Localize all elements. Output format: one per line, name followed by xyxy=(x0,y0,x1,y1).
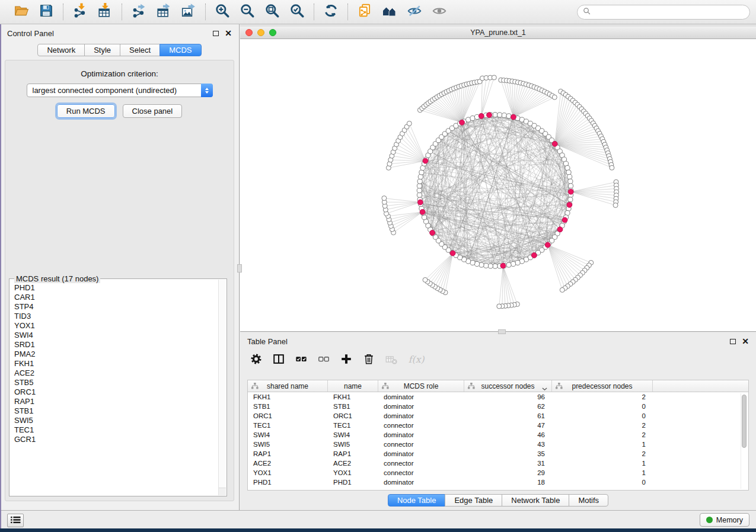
mcds-list-scrollbar[interactable] xyxy=(218,280,226,495)
cell-name: SWI4 xyxy=(328,430,378,440)
mcds-result-item[interactable]: SWI5 xyxy=(14,416,218,425)
close-panel-button[interactable]: Close panel xyxy=(123,104,183,118)
import-table-button[interactable] xyxy=(94,2,116,21)
clone-network-button[interactable] xyxy=(353,2,376,21)
horizontal-splitter-handle[interactable] xyxy=(498,329,506,334)
status-bar: Memory xyxy=(0,510,756,528)
column-header-predecessor-nodes[interactable]: predecessor nodes xyxy=(552,380,653,392)
mcds-result-item[interactable]: PHD1 xyxy=(14,283,218,293)
columns-button[interactable] xyxy=(272,352,285,368)
task-history-button[interactable] xyxy=(7,514,24,527)
column-header-name[interactable]: name xyxy=(328,380,378,392)
tab-network[interactable]: Network xyxy=(37,44,85,56)
mcds-result-item[interactable]: CAR1 xyxy=(14,293,218,302)
save-session-button[interactable] xyxy=(35,2,58,21)
table-row[interactable]: SWI4SWI4dominator462 xyxy=(248,430,748,440)
mcds-result-item[interactable]: SRD1 xyxy=(14,340,218,350)
add-row-icon xyxy=(340,352,353,368)
column-header-successor-nodes[interactable]: successor nodes xyxy=(464,380,552,392)
import-network-button[interactable] xyxy=(69,2,91,21)
column-header-shared-name[interactable]: shared name xyxy=(248,380,328,392)
window-maximize-icon[interactable] xyxy=(269,29,276,36)
mcds-result-item[interactable]: SWI4 xyxy=(14,331,218,340)
deselect-all-button[interactable] xyxy=(317,352,330,368)
tab-mcds[interactable]: MCDS xyxy=(160,44,201,56)
cell-predecessor-nodes: 1 xyxy=(552,468,653,477)
mcds-result-item[interactable]: TID3 xyxy=(14,312,218,321)
open-file-button[interactable] xyxy=(10,2,33,21)
export-image-icon xyxy=(181,3,196,21)
mcds-result-item[interactable]: YOX1 xyxy=(14,321,218,331)
network-graph[interactable] xyxy=(240,40,756,331)
mcds-result-item[interactable]: STB5 xyxy=(14,378,218,387)
mcds-result-item[interactable]: FKH1 xyxy=(14,359,218,368)
table-row[interactable]: ORC1ORC1dominator610 xyxy=(248,411,748,421)
gear-icon xyxy=(250,352,263,368)
memory-button[interactable]: Memory xyxy=(700,513,749,527)
table-row[interactable]: ACE2ACE2connector311 xyxy=(248,459,748,468)
cell-predecessor-nodes: 2 xyxy=(552,392,653,402)
zoom-in-button[interactable] xyxy=(211,2,234,21)
cell-shared-name: YOX1 xyxy=(248,468,328,477)
mcds-result-item[interactable]: STB1 xyxy=(14,406,218,416)
show-all-icon xyxy=(432,3,447,21)
criterion-select[interactable]: largest connected component (undirected) xyxy=(27,84,213,97)
network-canvas[interactable] xyxy=(240,40,756,331)
run-mcds-button[interactable]: Run MCDS xyxy=(57,104,115,118)
export-table-button[interactable] xyxy=(152,2,175,21)
cell-predecessor-nodes: 2 xyxy=(552,430,653,440)
mcds-result-item[interactable]: RAP1 xyxy=(14,397,218,406)
mcds-result-item[interactable]: STP4 xyxy=(14,302,218,312)
table-row[interactable]: SWI5SWI5connector431 xyxy=(248,440,748,449)
tab-motifs[interactable]: Motifs xyxy=(569,494,608,507)
float-table-panel-icon[interactable] xyxy=(730,339,736,344)
first-neighbors-button[interactable] xyxy=(378,2,401,21)
table-row[interactable]: PHD1PHD1dominator180 xyxy=(248,477,748,487)
tree-icon xyxy=(556,383,563,391)
tab-network-table[interactable]: Network Table xyxy=(502,494,569,507)
tab-select[interactable]: Select xyxy=(120,44,160,56)
mcds-result-item[interactable]: ORC1 xyxy=(14,387,218,397)
zoom-fit-button[interactable] xyxy=(261,2,283,21)
table-row[interactable]: STB1STB1dominator620 xyxy=(248,402,748,411)
float-panel-icon[interactable] xyxy=(213,31,219,36)
fx-icon: f(x) xyxy=(407,352,427,368)
zoom-selected-button[interactable] xyxy=(286,2,308,21)
table-scrollbar-thumb[interactable] xyxy=(742,395,747,448)
table-row[interactable]: RAP1RAP1dominator352 xyxy=(248,449,748,459)
close-table-panel-icon[interactable]: ✕ xyxy=(742,338,749,345)
export-image-button[interactable] xyxy=(177,2,200,21)
refresh-button[interactable] xyxy=(320,2,342,21)
tab-edge-table[interactable]: Edge Table xyxy=(445,494,502,507)
cell-MCDS-role: dominator xyxy=(378,402,464,411)
table-scrollbar[interactable] xyxy=(741,393,747,489)
zoom-out-button[interactable] xyxy=(236,2,259,21)
tab-node-table[interactable]: Node Table xyxy=(388,494,446,507)
mcds-result-groupbox: MCDS result (17 nodes) PHD1CAR1STP4TID3Y… xyxy=(9,278,227,496)
mcds-result-item[interactable]: ACE2 xyxy=(14,368,218,378)
vertical-splitter-handle[interactable] xyxy=(237,264,242,273)
table-row[interactable]: TEC1TEC1connector472 xyxy=(248,421,748,430)
hide-selected-button[interactable] xyxy=(403,2,426,21)
toolbar-group xyxy=(6,2,62,21)
trash-button[interactable] xyxy=(362,352,375,368)
mcds-result-item[interactable]: GCR1 xyxy=(14,435,218,444)
table-panel-title: Table Panel xyxy=(247,337,288,346)
mcds-result-item[interactable]: TEC1 xyxy=(14,425,218,435)
show-all-button[interactable] xyxy=(428,2,451,21)
search-input[interactable] xyxy=(577,5,750,20)
cell-MCDS-role: dominator xyxy=(378,477,464,487)
select-all-button[interactable] xyxy=(295,352,308,368)
tab-style[interactable]: Style xyxy=(84,44,120,56)
add-row-button[interactable] xyxy=(340,352,353,368)
cell-name: YOX1 xyxy=(328,468,378,477)
table-row[interactable]: FKH1FKH1dominator962 xyxy=(248,392,748,402)
table-row[interactable]: YOX1YOX1connector291 xyxy=(248,468,748,477)
window-close-icon[interactable] xyxy=(245,29,253,36)
mcds-result-item[interactable]: PMA2 xyxy=(14,350,218,359)
window-minimize-icon[interactable] xyxy=(257,29,264,36)
export-network-button[interactable] xyxy=(127,2,150,21)
close-panel-icon[interactable]: ✕ xyxy=(225,30,232,37)
gear-button[interactable] xyxy=(250,352,263,368)
column-header-MCDS-role[interactable]: MCDS role xyxy=(378,380,464,392)
